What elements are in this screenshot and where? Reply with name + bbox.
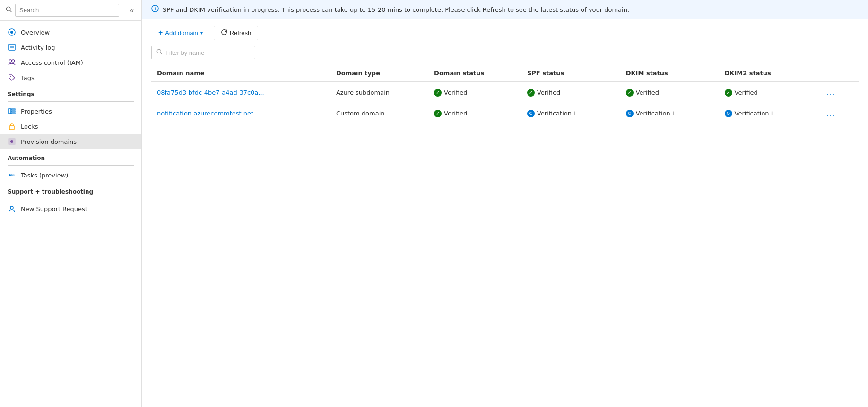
sidebar-item-properties[interactable]: Properties <box>0 104 141 119</box>
pending-icon: ↻ <box>527 110 535 117</box>
filter-input-wrapper <box>151 46 255 59</box>
sidebar: « Overview Activity log Access control (… <box>0 0 142 407</box>
plus-icon: + <box>158 28 163 37</box>
svg-point-9 <box>10 76 11 77</box>
col-domain-status: Domain status <box>428 65 521 82</box>
search-input[interactable] <box>15 4 119 17</box>
sidebar-item-new-support[interactable]: New Support Request <box>0 201 141 216</box>
tasks-icon <box>8 171 16 179</box>
svg-line-25 <box>161 53 162 54</box>
more-options-cell: ... <box>817 82 859 103</box>
overview-icon <box>8 28 16 36</box>
svg-point-7 <box>9 60 12 62</box>
activity-icon <box>8 43 16 52</box>
status-label: Verification i... <box>636 110 680 117</box>
add-domain-label: Add domain <box>165 29 198 36</box>
col-dkim2-status: DKIM2 status <box>719 65 818 82</box>
svg-rect-4 <box>9 44 15 50</box>
section-divider <box>8 101 134 102</box>
sidebar-item-support-label: New Support Request <box>21 205 87 212</box>
sidebar-nav: Overview Activity log Access control (IA… <box>0 21 141 220</box>
sidebar-item-access-control[interactable]: Access control (IAM) <box>0 55 141 70</box>
filter-bar <box>142 46 868 65</box>
status-cell: ↻Verification i... <box>719 103 818 124</box>
svg-point-3 <box>10 31 13 34</box>
table-header-row: Domain name Domain type Domain status SP… <box>151 65 859 82</box>
section-automation-divider <box>8 165 134 166</box>
status-label: Verified <box>444 110 467 117</box>
svg-rect-12 <box>11 111 15 112</box>
svg-rect-13 <box>11 113 15 114</box>
col-actions <box>817 65 859 82</box>
sidebar-item-activity-log-label: Activity log <box>21 44 55 51</box>
status-cell: ✓Verified <box>521 82 620 103</box>
svg-point-16 <box>10 140 13 143</box>
sidebar-item-activity-log[interactable]: Activity log <box>0 40 141 55</box>
verified-icon: ✓ <box>527 89 535 97</box>
info-banner: SPF and DKIM verification in progress. T… <box>142 0 868 19</box>
col-domain-name: Domain name <box>151 65 330 82</box>
status-cell: ✓Verified <box>428 103 521 124</box>
sidebar-item-tasks[interactable]: Tasks (preview) <box>0 168 141 183</box>
svg-point-0 <box>6 7 10 11</box>
more-options-button[interactable]: ... <box>823 87 839 98</box>
refresh-icon <box>221 29 227 37</box>
svg-point-19 <box>13 174 15 176</box>
domain-link[interactable]: notification.azurecommtest.net <box>157 110 253 117</box>
refresh-label: Refresh <box>230 29 252 36</box>
sidebar-item-overview-label: Overview <box>21 29 50 36</box>
domains-table-container: Domain name Domain type Domain status SP… <box>142 65 868 407</box>
verified-icon: ✓ <box>626 89 634 97</box>
table-row: notification.azurecommtest.netCustom dom… <box>151 103 859 124</box>
section-support-header: Support + troubleshooting <box>0 183 141 197</box>
refresh-button[interactable]: Refresh <box>214 26 259 40</box>
sidebar-item-provision-label: Provision domains <box>21 138 77 145</box>
sidebar-item-tags[interactable]: Tags <box>0 70 141 85</box>
sidebar-item-locks-label: Locks <box>21 123 38 130</box>
collapse-sidebar-button[interactable]: « <box>128 5 136 16</box>
main-content: SPF and DKIM verification in progress. T… <box>142 0 868 407</box>
status-label: Verification i... <box>735 110 779 117</box>
domains-table: Domain name Domain type Domain status SP… <box>151 65 859 124</box>
table-body: 08fa75d3-bfdc-4be7-a4ad-37c0a...Azure su… <box>151 82 859 124</box>
domain-name-cell: notification.azurecommtest.net <box>151 103 330 124</box>
verified-icon: ✓ <box>434 110 442 117</box>
svg-point-20 <box>10 206 13 209</box>
col-domain-type: Domain type <box>330 65 428 82</box>
sidebar-search-bar: « <box>0 0 141 21</box>
filter-by-name-input[interactable] <box>165 49 250 56</box>
banner-text: SPF and DKIM verification in progress. T… <box>163 6 629 13</box>
sidebar-item-access-label: Access control (IAM) <box>21 59 83 66</box>
sidebar-item-locks[interactable]: Locks <box>0 119 141 134</box>
pending-icon: ↻ <box>725 110 732 117</box>
svg-line-1 <box>10 10 11 12</box>
svg-rect-10 <box>9 109 11 114</box>
svg-point-24 <box>157 49 161 53</box>
add-domain-button[interactable]: + Add domain ▾ <box>151 25 210 40</box>
svg-rect-11 <box>11 109 15 110</box>
status-cell: ↻Verification i... <box>620 103 719 124</box>
section-automation-header: Automation <box>0 149 141 163</box>
filter-search-icon <box>156 49 163 56</box>
domain-type-cell: Custom domain <box>330 103 428 124</box>
domain-link[interactable]: 08fa75d3-bfdc-4be7-a4ad-37c0a... <box>157 89 264 96</box>
search-icon <box>6 6 12 14</box>
sidebar-item-properties-label: Properties <box>21 108 52 115</box>
more-options-cell: ... <box>817 103 859 124</box>
status-cell: ✓Verified <box>428 82 521 103</box>
sidebar-item-tags-label: Tags <box>21 74 35 81</box>
status-label: Verified <box>537 89 560 96</box>
sidebar-item-tasks-label: Tasks (preview) <box>21 172 68 179</box>
sidebar-item-overview[interactable]: Overview <box>0 25 141 40</box>
locks-icon <box>8 122 16 131</box>
sidebar-item-provision-domains[interactable]: Provision domains <box>0 134 141 149</box>
section-support-divider <box>8 199 134 199</box>
info-icon <box>151 5 159 14</box>
more-options-button[interactable]: ... <box>823 108 839 119</box>
domain-name-cell: 08fa75d3-bfdc-4be7-a4ad-37c0a... <box>151 82 330 103</box>
section-settings-header: Settings <box>0 85 141 99</box>
status-label: Verified <box>636 89 659 96</box>
verified-icon: ✓ <box>434 89 442 97</box>
status-label: Verified <box>444 89 467 96</box>
pending-icon: ↻ <box>626 110 634 117</box>
